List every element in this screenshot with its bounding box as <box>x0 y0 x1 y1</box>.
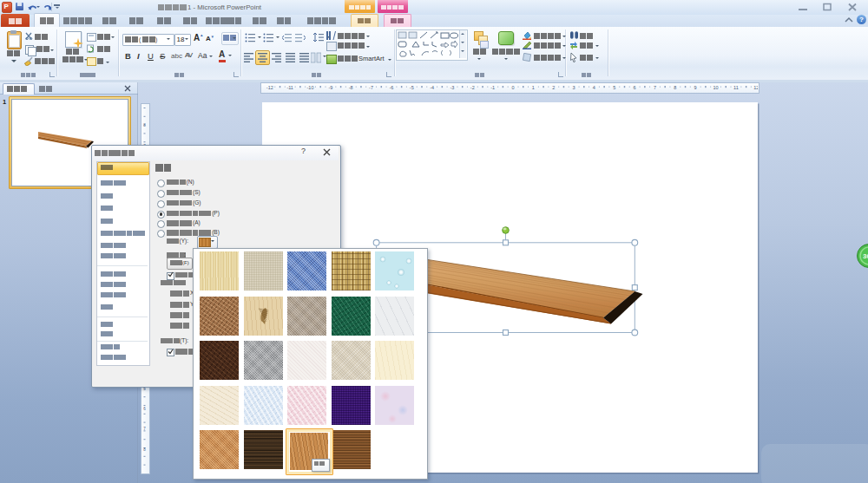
svg-text:-11: -11 <box>286 85 293 90</box>
svg-text:-2: -2 <box>470 85 475 90</box>
svg-text:-6: -6 <box>389 85 393 90</box>
svg-text:4: 4 <box>593 85 595 90</box>
svg-text:11: 11 <box>733 85 739 90</box>
svg-text:7: 7 <box>143 427 146 431</box>
svg-text:-8: -8 <box>349 85 353 90</box>
svg-text:0: 0 <box>511 85 514 90</box>
svg-text:10: 10 <box>713 85 718 90</box>
svg-text:7: 7 <box>654 85 656 90</box>
svg-text:-9: -9 <box>328 85 332 90</box>
svg-text:-3: -3 <box>450 85 455 90</box>
svg-text:8: 8 <box>674 85 676 90</box>
svg-text:36: 36 <box>863 252 868 260</box>
svg-text:-7: -7 <box>369 85 373 90</box>
svg-text:9: 9 <box>694 85 697 90</box>
svg-text:8: 8 <box>143 447 146 452</box>
svg-text:6: 6 <box>143 407 146 411</box>
svg-text:-5: -5 <box>410 85 414 90</box>
svg-text:-12: -12 <box>266 85 273 90</box>
svg-text:-1: -1 <box>490 85 495 90</box>
svg-text:3: 3 <box>573 85 575 90</box>
svg-text:-10: -10 <box>307 85 314 90</box>
svg-text:1: 1 <box>532 85 535 90</box>
svg-text:2: 2 <box>552 85 555 90</box>
svg-text:-4: -4 <box>430 85 434 90</box>
svg-text:8: 8 <box>143 123 146 127</box>
svg-text:5: 5 <box>613 85 615 90</box>
svg-text:12: 12 <box>753 85 758 90</box>
svg-text:6: 6 <box>634 85 636 90</box>
